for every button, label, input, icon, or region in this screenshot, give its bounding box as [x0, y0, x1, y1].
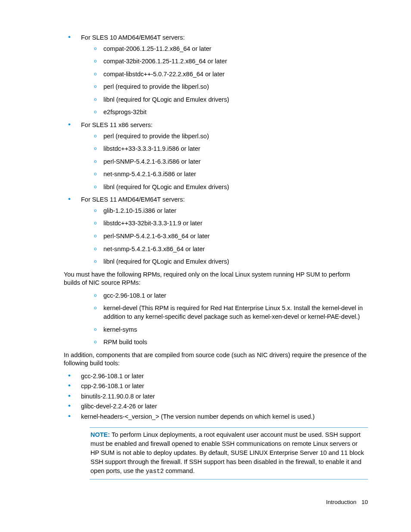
- sub-list: compat-2006.1.25-11.2.x86_64 or later co…: [81, 45, 368, 117]
- note-text-after: command.: [164, 467, 195, 474]
- sub-item: perl-SNMP-5.4.2.1-6-3.x86_64 or later: [81, 232, 368, 241]
- sub-item: libnl (required for QLogic and Emulex dr…: [81, 96, 368, 104]
- section-label: For SLES 10 AMD64/EM64T servers:: [81, 34, 185, 41]
- requirements-list: For SLES 10 AMD64/EM64T servers: compat-…: [64, 34, 368, 266]
- list-item: For SLES 11 AMD64/EM64T servers: glib-1.…: [64, 196, 368, 266]
- note-command: yast2: [146, 468, 164, 475]
- sub-item: perl (required to provide the libperl.so…: [81, 132, 368, 141]
- sub-item: compat-2006.1.25-11.2.x86_64 or later: [81, 45, 368, 53]
- sub-list: glib-1.2.10-15.i386 or later libstdc++33…: [81, 207, 368, 266]
- paragraph: You must have the following RPMs, requir…: [64, 271, 368, 287]
- sub-item: libstdc++33-3.3.3-11.9.i586 or later: [81, 145, 368, 153]
- sub-item: libnl (required for QLogic and Emulex dr…: [81, 258, 368, 266]
- sub-item: gcc-2.96-108.1 or later: [81, 292, 368, 300]
- sub-item: net-snmp-5.4.2.1-6.3.x86_64 or later: [81, 245, 368, 254]
- page-footer: Introduction 10: [326, 498, 368, 506]
- list-item: glibc-devel-2.2.4-26 or later: [64, 402, 368, 411]
- note-label: NOTE:: [90, 431, 110, 438]
- sub-item: e2fsprogs-32bit: [81, 108, 368, 117]
- list-item: binutils-2.11.90.0.8 or later: [64, 392, 368, 401]
- section-label: For SLES 11 x86 servers:: [81, 121, 153, 128]
- sub-item: perl-SNMP-5.4.2.1-6.3.i586 or later: [81, 158, 368, 166]
- sub-item: RPM build tools: [81, 338, 368, 347]
- list-item: For SLES 10 AMD64/EM64T servers: compat-…: [64, 34, 368, 117]
- list-item: kernel-headers-<_version_> (The version …: [64, 413, 368, 421]
- paragraph: In addition, components that are compile…: [64, 351, 368, 368]
- sub-item: compat-32bit-2006.1.25-11.2.x86_64 or la…: [81, 57, 368, 66]
- sub-item: libnl (required for QLogic and Emulex dr…: [81, 183, 368, 192]
- build-tools-list: gcc-2.96-108.1 or later cpp-2.96-108.1 o…: [64, 372, 368, 421]
- document-page: For SLES 10 AMD64/EM64T servers: compat-…: [0, 0, 411, 532]
- sub-item: kernel-syms: [81, 326, 368, 334]
- list-item: gcc-2.96-108.1 or later: [64, 372, 368, 381]
- note-text: To perform Linux deployments, a root equ…: [90, 431, 364, 474]
- sub-item: kernel-devel (This RPM is required for R…: [81, 304, 368, 321]
- footer-page-number: 10: [361, 499, 368, 505]
- sub-item: perl (required to provide the libperl.so…: [81, 83, 368, 91]
- rpm-list: gcc-2.96-108.1 or later kernel-devel (Th…: [81, 292, 368, 347]
- footer-section: Introduction: [326, 499, 357, 505]
- note-box: NOTE: To perform Linux deployments, a ro…: [90, 427, 368, 479]
- sub-item: net-snmp-5.4.2.1-6.3.i586 or later: [81, 170, 368, 179]
- sub-item: compat-libstdc++-5.0.7-22.2.x86_64 or la…: [81, 70, 368, 79]
- sub-list: perl (required to provide the libperl.so…: [81, 132, 368, 192]
- sub-item: glib-1.2.10-15.i386 or later: [81, 207, 368, 215]
- list-item: cpp-2.96-108.1 or later: [64, 382, 368, 391]
- list-item: For SLES 11 x86 servers: perl (required …: [64, 121, 368, 191]
- sub-item: libstdc++33-32bit-3.3.3-11.9 or later: [81, 219, 368, 228]
- section-label: For SLES 11 AMD64/EM64T servers:: [81, 196, 185, 203]
